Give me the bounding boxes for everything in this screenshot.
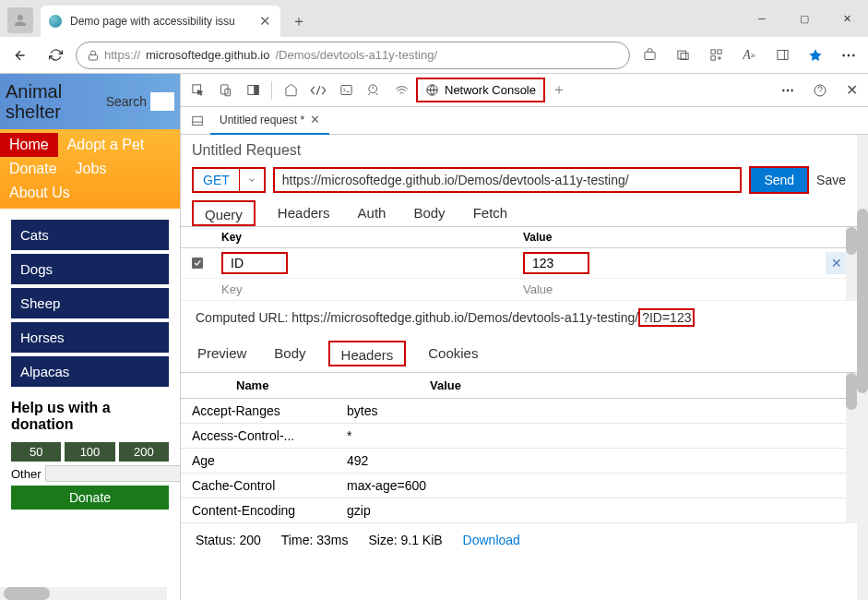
donation-amount-100[interactable]: 100 (65, 442, 114, 462)
search-input[interactable] (150, 92, 174, 111)
edge-favicon-icon (48, 14, 63, 29)
tab-headers-req[interactable]: Headers (272, 199, 336, 226)
svg-rect-4 (710, 50, 714, 54)
hdr-scrollbar[interactable] (846, 373, 857, 523)
query-value-input[interactable]: 123 (523, 252, 589, 274)
tab-actions-icon[interactable] (669, 42, 696, 69)
add-tool-button[interactable]: ＋ (547, 80, 571, 100)
dock-icon[interactable] (240, 78, 266, 103)
method-value: GET (194, 169, 239, 191)
svg-rect-13 (340, 86, 351, 95)
query-value-placeholder[interactable]: Value (516, 282, 857, 296)
nav-item-home[interactable]: Home (0, 133, 58, 157)
toggle-drawer-button[interactable] (184, 114, 210, 127)
tab-query[interactable]: Query (192, 200, 256, 226)
kv-scrollbar[interactable] (846, 227, 857, 301)
collections-icon[interactable] (702, 42, 730, 69)
donation-amount-50[interactable]: 50 (11, 442, 61, 462)
window-titlebar: Demo page with accessibility issu ✕ ＋ ─ … (0, 0, 868, 37)
inspect-icon[interactable] (184, 78, 210, 103)
donation-amount-200[interactable]: 200 (119, 442, 169, 462)
tab-headers-resp[interactable]: Headers (328, 341, 407, 366)
svg-rect-6 (710, 56, 714, 60)
close-window-button[interactable]: ✕ (826, 0, 868, 37)
tab-title: Demo page with accessibility issu (70, 15, 235, 28)
animal-item-sheep[interactable]: Sheep (11, 288, 169, 318)
sources-icon[interactable] (361, 78, 386, 103)
animal-item-cats[interactable]: Cats (11, 220, 169, 250)
tab-body-resp[interactable]: Body (268, 340, 311, 366)
settings-menu-button[interactable]: ⋯ (835, 42, 862, 69)
svg-rect-12 (254, 86, 257, 95)
svg-rect-1 (644, 52, 654, 59)
minimize-button[interactable]: ─ (741, 0, 783, 37)
refresh-button[interactable] (41, 41, 70, 70)
tab-cookies[interactable]: Cookies (422, 340, 483, 366)
sidebar-icon[interactable] (768, 42, 796, 69)
device-emulation-icon[interactable] (212, 78, 238, 103)
nav-item-jobs[interactable]: Jobs (66, 157, 116, 181)
globe-icon (425, 83, 439, 97)
back-button[interactable] (6, 41, 35, 70)
favorites-button[interactable] (802, 42, 829, 69)
tab-close-icon[interactable]: ✕ (259, 13, 271, 30)
donate-button[interactable]: Donate (11, 486, 169, 510)
tab-body-req[interactable]: Body (408, 199, 450, 226)
response-headers-table: Name Value Accept-Rangesbytes Access-Con… (181, 372, 857, 523)
download-link[interactable]: Download (463, 533, 520, 547)
send-button[interactable]: Send (751, 168, 807, 192)
query-key-placeholder[interactable]: Key (214, 282, 516, 296)
network-console-tab[interactable]: Network Console (416, 78, 545, 102)
tab-auth[interactable]: Auth (352, 199, 392, 226)
request-tabs-bar: Untitled request * ✕ (181, 107, 868, 135)
header-row: Access-Control-...* (181, 424, 857, 449)
kv-value-header: Value (516, 231, 857, 244)
maximize-button[interactable]: ▢ (783, 0, 826, 37)
svg-rect-0 (89, 54, 98, 60)
close-devtools-button[interactable]: ✕ (838, 78, 864, 103)
devtools-menu-button[interactable]: ⋯ (774, 77, 802, 104)
elements-icon[interactable] (305, 78, 331, 103)
save-button[interactable]: Save (816, 173, 846, 187)
nav-item-donate[interactable]: Donate (0, 157, 66, 181)
page-h-scrollbar[interactable] (0, 587, 167, 600)
donation-title: Help us with a donation (11, 400, 169, 433)
console-icon[interactable] (333, 78, 359, 103)
other-label: Other (11, 467, 42, 481)
profile-button[interactable] (7, 7, 33, 33)
page-content: Animal shelter Search Home Adopt a Pet D… (0, 74, 180, 600)
other-amount-input[interactable] (45, 465, 180, 482)
help-icon[interactable] (807, 78, 833, 103)
request-tab-title: Untitled request * (220, 114, 304, 126)
method-selector[interactable]: GET (192, 167, 266, 193)
shopping-icon[interactable] (636, 42, 663, 69)
request-url-input[interactable]: https://microsoftedge.github.io/Demos/de… (273, 167, 743, 193)
window-controls: ─ ▢ ✕ (741, 0, 868, 37)
tab-fetch[interactable]: Fetch (468, 199, 514, 226)
animal-item-alpacas[interactable]: Alpacas (11, 356, 169, 387)
read-aloud-icon[interactable]: A» (735, 42, 763, 69)
new-tab-button[interactable]: ＋ (286, 8, 312, 34)
devtools-scrollbar[interactable] (857, 135, 868, 600)
request-tab[interactable]: Untitled request * ✕ (210, 107, 329, 135)
welcome-icon[interactable] (278, 78, 303, 103)
query-key-input[interactable]: ID (221, 252, 288, 274)
nav-item-adopt[interactable]: Adopt a Pet (58, 133, 154, 157)
browser-tab[interactable]: Demo page with accessibility issu ✕ (41, 6, 280, 37)
svg-rect-7 (777, 51, 787, 60)
animal-item-horses[interactable]: Horses (11, 322, 169, 353)
url-input[interactable]: https://microsoftedge.github.io/Demos/de… (76, 42, 630, 69)
delete-row-button[interactable]: ✕ (826, 252, 848, 274)
tab-preview[interactable]: Preview (192, 340, 252, 366)
animal-item-dogs[interactable]: Dogs (11, 254, 169, 284)
search-label: Search (106, 94, 147, 109)
nav-item-about[interactable]: About Us (0, 181, 79, 205)
hdr-value-header: Value (347, 378, 857, 392)
svg-rect-17 (192, 258, 203, 269)
row-checkbox[interactable] (181, 256, 214, 270)
devtools-panel: Network Console ＋ ⋯ ✕ Untitled request *… (180, 74, 868, 600)
hdr-name-header: Name (181, 378, 347, 392)
close-request-icon[interactable]: ✕ (310, 113, 320, 126)
network-icon[interactable] (388, 78, 414, 103)
svg-rect-5 (717, 50, 720, 54)
